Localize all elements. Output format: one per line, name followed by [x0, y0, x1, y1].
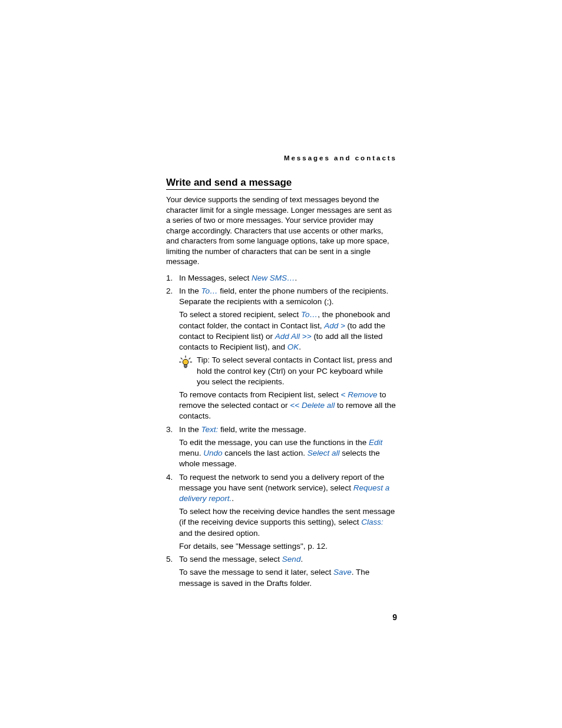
step-5: To send the message, select Send. To sav…	[166, 554, 397, 589]
section-title: Write and send a message	[166, 177, 292, 190]
page: Messages and contacts Write and send a m…	[0, 0, 562, 728]
ok-link[interactable]: OK	[287, 342, 299, 351]
step1-text-pre: In Messages, select	[179, 274, 252, 282]
step4-p3: For details, see "Message settings", p. …	[179, 541, 397, 552]
delete-all-link[interactable]: << Delete all	[290, 401, 335, 410]
step-1: In Messages, select New SMS….	[166, 273, 397, 284]
svg-line-2	[189, 358, 191, 360]
step2-p1: In the To… field, enter the phone number…	[179, 286, 397, 307]
send-link[interactable]: Send	[282, 555, 301, 564]
step4-p2: To select how the receiving device handl…	[179, 506, 397, 539]
tip-row: Tip: To select several contacts in Conta…	[179, 355, 397, 387]
step-3: In the Text: field, write the message. T…	[166, 424, 397, 470]
svg-rect-6	[184, 365, 187, 367]
step5-p2: To save the message to send it later, se…	[179, 567, 397, 588]
new-sms-link[interactable]: New SMS…	[252, 274, 295, 282]
undo-link[interactable]: Undo	[203, 449, 222, 457]
add-all-link[interactable]: Add All >>	[275, 332, 312, 341]
edit-menu-link[interactable]: Edit	[369, 438, 382, 447]
steps-list: In Messages, select New SMS…. In the To……	[166, 273, 397, 589]
intro-paragraph: Your device supports the sending of text…	[166, 195, 397, 267]
lightbulb-icon	[179, 355, 192, 371]
page-number: 9	[392, 612, 397, 622]
select-all-link[interactable]: Select all	[308, 449, 340, 457]
svg-line-1	[181, 358, 183, 360]
step-4: To request the network to send you a del…	[166, 472, 397, 552]
step-2: In the To… field, enter the phone number…	[166, 286, 397, 422]
to-link[interactable]: To…	[201, 286, 218, 295]
remove-link[interactable]: < Remove	[341, 390, 378, 399]
step4-p1: To request the network to send you a del…	[179, 472, 397, 505]
add-link[interactable]: Add >	[324, 321, 345, 330]
text-field-link[interactable]: Text:	[201, 425, 219, 434]
step2-p3: To remove contacts from Recipient list, …	[179, 390, 397, 422]
svg-point-5	[183, 360, 189, 365]
save-link[interactable]: Save	[333, 568, 352, 577]
step2-p2: To select a stored recipient, select To……	[179, 309, 397, 353]
running-header: Messages and contacts	[166, 154, 397, 162]
class-link[interactable]: Class:	[361, 518, 384, 526]
to-link-2[interactable]: To…	[301, 310, 318, 319]
step3-p1: In the Text: field, write the message.	[179, 424, 397, 435]
tip-text: Tip: To select several contacts in Conta…	[197, 355, 397, 387]
step5-p1: To send the message, select Send.	[179, 554, 397, 565]
svg-rect-7	[184, 367, 187, 368]
step1-text-post: .	[295, 274, 297, 282]
step3-p2: To edit the message, you can use the fun…	[179, 437, 397, 470]
